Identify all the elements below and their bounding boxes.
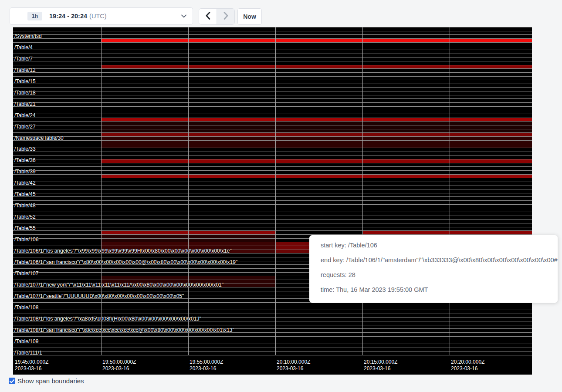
span-boundary-line [13, 50, 532, 50]
span-boundary-line [13, 170, 532, 171]
x-tick-date: 2023-03-16 [190, 365, 223, 372]
row-label: /Table/45 [14, 192, 36, 197]
row-label: /Table/15 [14, 79, 36, 84]
span-tooltip: start key: /Table/106 end key: /Table/10… [309, 235, 558, 303]
x-tick-time: 20:20:00.000Z [451, 359, 484, 365]
span-boundary-line [13, 27, 532, 27]
heatmap-span-cell[interactable] [101, 39, 532, 42]
x-axis-tick: 19:50:00.000Z2023-03-16 [102, 359, 136, 372]
span-boundary-line [13, 182, 532, 182]
time-range-label: 19:24 - 20:24 [49, 13, 87, 20]
time-gridline [275, 27, 276, 355]
span-boundary-line [13, 34, 532, 35]
next-time-button[interactable] [217, 9, 234, 24]
tooltip-time: time: Thu, 16 Mar 2023 19:55:00 GMT [321, 285, 546, 294]
row-label: /Table/111/1 [14, 350, 42, 356]
row-label: /Table/42 [14, 180, 36, 186]
span-boundary-line [13, 57, 532, 57]
span-boundary-line [13, 87, 532, 88]
x-tick-time: 19:55:00.000Z [190, 359, 223, 365]
span-boundary-line [13, 219, 532, 220]
now-button[interactable]: Now [237, 8, 262, 25]
row-label: /System/tsd [14, 34, 42, 39]
heatmap-span-cell[interactable] [101, 144, 532, 148]
span-boundary-line [13, 208, 532, 208]
span-boundary-line [13, 325, 532, 325]
row-label: /Table/7 [14, 56, 33, 62]
span-boundary-line [13, 355, 532, 355]
row-label: /Table/4 [14, 45, 33, 51]
heatmap-span-cell[interactable] [101, 133, 532, 136]
tooltip-start-key: start key: /Table/106 [321, 241, 546, 250]
row-label: /Table/107/1/"seattle"/"UUUUUUD\x00\x80\… [14, 294, 184, 299]
timezone-label: (UTC) [89, 13, 106, 20]
span-boundary-line [13, 336, 532, 337]
span-boundary-line [13, 178, 532, 178]
span-boundary-line [13, 196, 532, 197]
span-boundary-line [13, 227, 532, 227]
tooltip-requests: requests: 28 [321, 270, 546, 280]
duration-badge: 1h [27, 12, 42, 20]
span-boundary-line [13, 61, 532, 61]
span-boundary-line [13, 200, 532, 201]
tooltip-end-key: end key: /Table/106/1/"amsterdam"/"\xb33… [321, 256, 546, 265]
span-boundary-line [13, 148, 532, 148]
heatmap-span-cell[interactable] [101, 118, 532, 121]
chevron-left-icon [206, 12, 210, 21]
row-label: /Table/108 [14, 305, 38, 311]
x-tick-date: 2023-03-16 [15, 365, 48, 372]
x-axis-tick: 20:15:00.000Z2023-03-16 [364, 359, 397, 372]
row-label: /Table/107 [14, 271, 38, 277]
x-tick-date: 2023-03-16 [451, 365, 484, 372]
span-boundary-line [13, 91, 532, 91]
prev-time-button[interactable] [199, 9, 217, 24]
heatmap-span-cell[interactable] [101, 141, 532, 144]
row-label: /Table/24 [14, 113, 36, 118]
time-gridline [101, 27, 102, 355]
chevron-right-icon [223, 12, 228, 21]
show-span-boundaries-checkbox[interactable] [9, 378, 15, 384]
chevron-down-icon [181, 14, 186, 18]
span-boundary-line [13, 31, 532, 31]
row-label: /Table/36 [14, 158, 36, 163]
heatmap-span-cell[interactable] [101, 175, 532, 178]
key-visualizer-canvas[interactable]: /System/tsd/Table/4/Table/7/Table/12/Tab… [13, 27, 532, 375]
row-label: /Table/12 [14, 68, 36, 73]
heatmap-span-cell[interactable] [362, 231, 532, 234]
heatmap-span-cell[interactable] [101, 65, 532, 68]
row-label: /Table/18 [14, 90, 36, 96]
heatmap-span-cell[interactable] [101, 137, 532, 140]
span-boundary-line [13, 340, 532, 340]
time-range-selector[interactable]: 1h 19:24 - 20:24 (UTC) [10, 7, 193, 25]
x-tick-date: 2023-03-16 [277, 365, 310, 372]
span-boundary-line [13, 193, 532, 193]
span-boundary-line [13, 163, 532, 163]
span-boundary-line [13, 310, 532, 310]
span-boundary-line [13, 110, 532, 110]
span-boundary-line [13, 306, 532, 306]
span-boundary-line [13, 54, 532, 54]
x-tick-date: 2023-03-16 [102, 365, 136, 372]
row-label: /Table/108/1/"san francisco"/"\x8c\xcc\x… [14, 328, 234, 333]
span-boundary-line [13, 95, 532, 95]
heatmap-span-cell[interactable] [101, 125, 532, 129]
row-label: /Table/33 [14, 146, 36, 152]
row-label: /Table/39 [14, 169, 36, 175]
x-tick-time: 20:15:00.000Z [364, 359, 397, 365]
span-boundary-line [13, 98, 532, 99]
heatmap-span-cell[interactable] [101, 122, 532, 125]
time-gridline [450, 27, 450, 355]
row-label: /Table/106/1/"san francisco"/"\x80\x00\x… [14, 260, 237, 265]
x-axis-tick: 19:55:00.000Z2023-03-16 [190, 359, 223, 372]
span-boundary-line [13, 186, 532, 186]
heatmap-span-cell[interactable] [101, 129, 532, 132]
span-boundary-line [13, 223, 532, 223]
row-label: /Table/106/1/"los angeles"/"\x99\x99\x99… [14, 248, 232, 254]
row-label: /NamespaceTable/30 [14, 135, 64, 141]
show-span-boundaries-label: Show span boundaries [17, 377, 84, 385]
span-boundary-line [13, 155, 532, 155]
span-boundary-line [13, 216, 532, 216]
span-boundary-line [13, 348, 532, 348]
row-label: /Table/27 [14, 124, 36, 130]
heatmap-span-cell[interactable] [101, 159, 532, 163]
